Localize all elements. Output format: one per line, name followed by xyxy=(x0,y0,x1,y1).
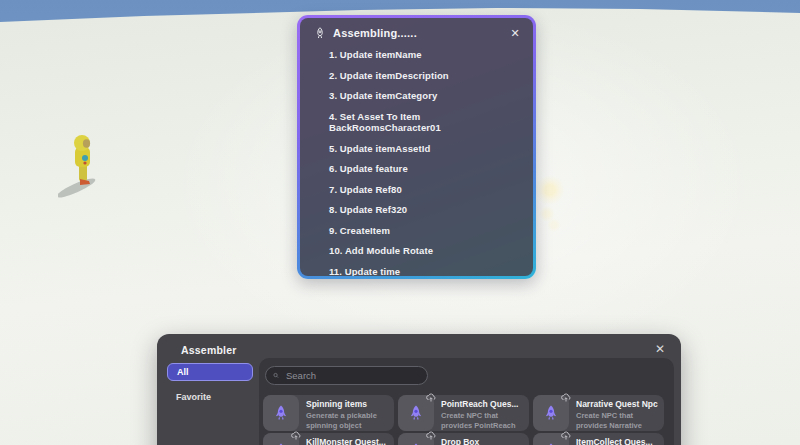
close-icon[interactable]: ✕ xyxy=(507,25,523,41)
tab-favorite[interactable]: Favorite xyxy=(167,388,253,406)
player-character xyxy=(58,132,104,198)
assembly-step: 2. Update itemDescription xyxy=(329,70,521,82)
assembly-step: 11. Update time xyxy=(329,266,521,277)
asset-card-spinning-items[interactable]: Spinning items Generate a pickable spinn… xyxy=(263,395,394,431)
rocket-icon xyxy=(533,433,569,445)
rocket-icon xyxy=(263,433,299,445)
assembly-step: 9. CreateItem xyxy=(329,225,521,237)
assembly-step: 5. Update itemAssetId xyxy=(329,143,521,155)
rocket-icon xyxy=(533,395,569,431)
assembly-step: 4. Set Asset To Item BackRoomsCharacter0… xyxy=(329,111,521,134)
card-description: Generate a pickable spinning object xyxy=(306,411,389,431)
card-title: PointReach Ques... xyxy=(441,399,524,409)
cloud-download-icon xyxy=(560,430,572,442)
assembly-step-list: 1. Update itemName 2. Update itemDescrip… xyxy=(329,49,521,276)
rocket-icon xyxy=(398,395,434,431)
rocket-icon xyxy=(263,395,299,431)
assembly-step: 3. Update itemCategory xyxy=(329,90,521,102)
card-title: Narrative Quest Npc xyxy=(576,399,659,409)
card-title: ItemCollect Ques... xyxy=(576,437,659,445)
asset-card-pointreach-quest[interactable]: PointReach Ques... Create NPC that provi… xyxy=(398,395,529,431)
asset-card-drop-box[interactable]: Drop Box xyxy=(398,433,529,445)
close-icon[interactable]: ✕ xyxy=(651,340,669,358)
search-bar[interactable] xyxy=(265,366,428,385)
asset-card-itemcollect-quest[interactable]: ItemCollect Ques... xyxy=(533,433,664,445)
assembly-step: 8. Update Ref320 xyxy=(329,204,521,216)
cloud-download-icon xyxy=(425,430,437,442)
card-title: Drop Box xyxy=(441,437,524,445)
asset-card-narrative-quest-npc[interactable]: Narrative Quest Npc Create NPC that prov… xyxy=(533,395,664,431)
asset-browser: Spinning items Generate a pickable spinn… xyxy=(259,358,674,445)
search-input[interactable] xyxy=(284,369,420,382)
card-description: Create NPC that provides Narrative Quest xyxy=(576,411,659,431)
card-description: Create NPC that provides PointReach Ques… xyxy=(441,411,524,431)
assembly-step: 7. Update Ref80 xyxy=(329,184,521,196)
card-title: KillMonster Quest... xyxy=(306,437,389,445)
cloud-download-icon xyxy=(425,392,437,404)
cloud-download-icon xyxy=(560,392,572,404)
game-viewport: Assembling...... ✕ 1. Update itemName 2.… xyxy=(0,0,800,445)
assembly-step: 1. Update itemName xyxy=(329,49,521,61)
tab-all[interactable]: All xyxy=(167,363,253,381)
assembler-panel: Assembler ✕ All Favorite xyxy=(157,334,681,445)
card-title: Spinning items xyxy=(306,399,389,409)
asset-card-killmonster-quest[interactable]: KillMonster Quest... xyxy=(263,433,394,445)
assembling-dialog-body: Assembling...... ✕ 1. Update itemName 2.… xyxy=(300,18,533,276)
search-icon xyxy=(273,370,279,381)
assembly-step: 6. Update feature xyxy=(329,163,521,175)
rocket-icon xyxy=(313,26,327,40)
assembly-step: 10. Add Module Rotate xyxy=(329,245,521,257)
cloud-download-icon xyxy=(290,430,302,442)
rocket-icon xyxy=(398,433,434,445)
dialog-title: Assembling...... xyxy=(333,27,417,39)
assembling-dialog: Assembling...... ✕ 1. Update itemName 2.… xyxy=(297,15,536,279)
panel-title: Assembler xyxy=(181,344,237,356)
